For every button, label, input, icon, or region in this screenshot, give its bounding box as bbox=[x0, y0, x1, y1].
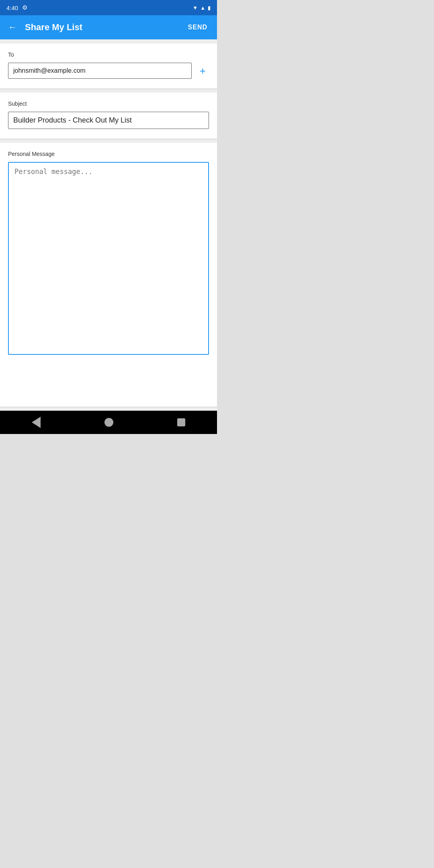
signal-icon: ▲ bbox=[200, 5, 205, 11]
back-button[interactable]: ← bbox=[6, 20, 18, 34]
back-nav-icon bbox=[32, 417, 41, 428]
to-label: To bbox=[8, 51, 209, 58]
nav-home-button[interactable] bbox=[101, 415, 117, 430]
to-email-input[interactable] bbox=[8, 63, 192, 79]
subject-card: Subject bbox=[0, 92, 217, 139]
nav-back-button[interactable] bbox=[29, 414, 44, 431]
message-textarea[interactable] bbox=[8, 162, 209, 355]
home-nav-icon bbox=[104, 418, 113, 427]
status-bar: 4:40 ⚙ ▼ ▲ ▮ bbox=[0, 0, 217, 15]
status-bar-right: ▼ ▲ ▮ bbox=[192, 5, 211, 11]
subject-input[interactable] bbox=[8, 112, 209, 129]
send-button[interactable]: SEND bbox=[185, 20, 211, 34]
nav-recent-button[interactable] bbox=[174, 415, 188, 430]
battery-icon: ▮ bbox=[208, 5, 211, 11]
nav-bar bbox=[0, 411, 217, 434]
subject-label: Subject bbox=[8, 100, 209, 107]
to-field-row: + bbox=[8, 63, 209, 79]
recent-nav-icon bbox=[177, 418, 185, 426]
wifi-icon: ▼ bbox=[192, 5, 198, 11]
content-area: To + Subject Personal Message bbox=[0, 39, 217, 411]
status-time: 4:40 bbox=[6, 4, 18, 11]
message-label: Personal Message bbox=[8, 151, 209, 157]
settings-icon: ⚙ bbox=[22, 4, 27, 11]
status-bar-left: 4:40 ⚙ bbox=[6, 4, 27, 11]
add-recipient-button[interactable]: + bbox=[197, 64, 209, 78]
app-bar: ← Share My List SEND bbox=[0, 15, 217, 39]
to-card: To + bbox=[0, 43, 217, 88]
message-card: Personal Message bbox=[0, 143, 217, 407]
page-title: Share My List bbox=[25, 22, 185, 33]
